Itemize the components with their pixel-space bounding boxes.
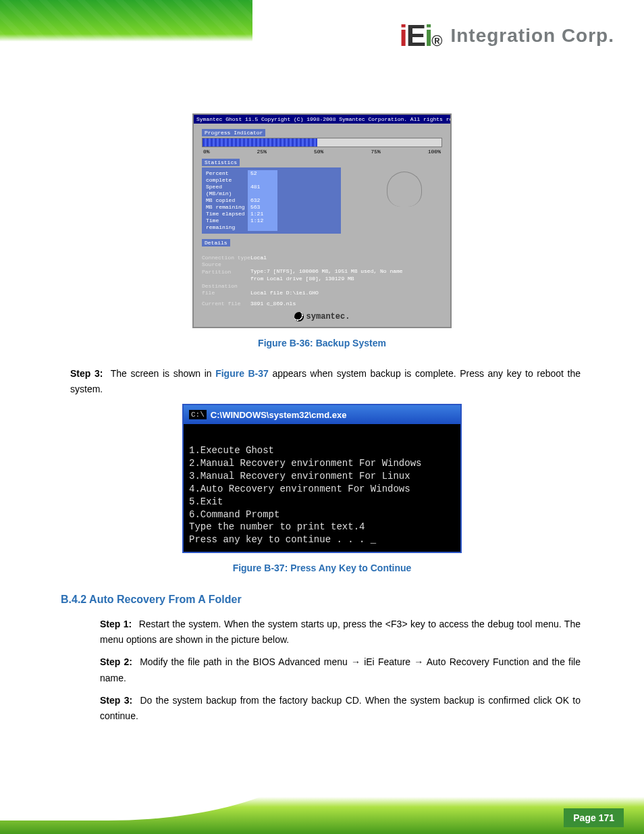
brand-logo: iEi® Integration Corp. bbox=[399, 19, 614, 53]
cmd-line: 4.Auto Recovery environment For Windows bbox=[189, 484, 410, 494]
detail-val: 3891 c_869.nls bbox=[250, 301, 296, 307]
step-text: Do the system backup from the factory ba… bbox=[100, 695, 581, 721]
cmd-icon: C:\ bbox=[189, 410, 207, 419]
progress-label: Progress Indicator bbox=[202, 129, 265, 136]
stat-val: 52 bbox=[248, 170, 277, 184]
section-heading: B.4.2 Auto Recovery From A Folder bbox=[61, 594, 603, 606]
progress-fill bbox=[203, 138, 317, 147]
symantec-text: symantec. bbox=[306, 312, 350, 321]
step-num: Step 3: bbox=[100, 695, 132, 706]
stat-val: 632 bbox=[248, 197, 277, 204]
cmd-line: 5.Exit bbox=[189, 496, 223, 507]
step-text: iEi Feature bbox=[364, 656, 414, 667]
step-2b: Step 2: Modify the file path in the BIOS… bbox=[100, 654, 581, 685]
stat-lbl: Time elapsed bbox=[206, 211, 248, 217]
brand-tagline: Integration Corp. bbox=[450, 25, 614, 47]
scale-100: 100% bbox=[428, 149, 441, 155]
stats-label: Statistics bbox=[202, 159, 240, 166]
arrow-icon: → bbox=[414, 656, 423, 667]
cmd-title: C:\WINDOWS\system32\cmd.exe bbox=[211, 410, 347, 420]
detail-lbl: Connection type bbox=[202, 255, 250, 261]
step-3: Step 3: The screen is shown in Figure B-… bbox=[70, 366, 581, 397]
cmd-titlebar: C:\ C:\WINDOWS\system32\cmd.exe bbox=[184, 405, 460, 424]
scale-0: 0% bbox=[203, 149, 210, 155]
stat-val: 1:21 bbox=[248, 211, 277, 217]
page-body: Symantec Ghost 11.5 Copyright (C) 1998-2… bbox=[0, 76, 644, 724]
symantec-label: symantec. bbox=[202, 308, 442, 323]
figure-caption-36: Figure B-36: Backup System bbox=[41, 338, 603, 348]
symantec-icon bbox=[294, 312, 304, 321]
stat-lbl: Time remaining bbox=[206, 217, 248, 231]
stat-lbl: Speed (MB/min) bbox=[206, 184, 248, 197]
page-footer: Page 171 bbox=[0, 766, 644, 834]
cmd-screenshot: C:\ C:\WINDOWS\system32\cmd.exe 1.Execut… bbox=[182, 404, 462, 553]
cmd-line: 1.Execute Ghost bbox=[189, 445, 274, 456]
detail-lbl: Current file bbox=[202, 301, 250, 307]
detail-lbl: Source Partition bbox=[202, 261, 250, 276]
progress-scale: 0% 25% 50% 75% 100% bbox=[202, 149, 442, 159]
stats-box: Percent complete52 Speed (MB/min)481 MB … bbox=[202, 167, 341, 234]
step-num: Step 1: bbox=[100, 619, 132, 629]
ghost-icon bbox=[387, 172, 422, 207]
stat-lbl: MB copied bbox=[206, 197, 248, 204]
stat-val: 481 bbox=[248, 184, 277, 197]
detail-val: Local bbox=[250, 255, 267, 261]
stat-lbl: Percent complete bbox=[206, 170, 248, 184]
figure-ref: Figure B-37 bbox=[215, 368, 269, 379]
scale-25: 25% bbox=[257, 149, 267, 155]
cmd-line: 3.Manual Recovery environment For Linux bbox=[189, 471, 410, 481]
detail-val: Type:7 [NTFS], 100006 MB, 1951 MB used, … bbox=[250, 269, 403, 275]
figure-caption-37: Figure B-37: Press Any Key to Continue bbox=[41, 563, 603, 573]
ghost-titlebar: Symantec Ghost 11.5 Copyright (C) 1998-2… bbox=[194, 115, 450, 124]
page-header: iEi® Integration Corp. bbox=[0, 0, 644, 76]
stat-lbl: MB remaining bbox=[206, 204, 248, 211]
step-3b: Step 3: Do the system backup from the fa… bbox=[100, 693, 581, 724]
step-text: The screen is shown in bbox=[111, 368, 215, 379]
detail-lbl: Destination file bbox=[202, 283, 250, 297]
footer-swoosh bbox=[0, 766, 324, 820]
scale-75: 75% bbox=[371, 149, 380, 155]
step-1b: Step 1: Restart the system. When the sys… bbox=[100, 617, 581, 648]
cmd-line: 2.Manual Recovery environment For Window… bbox=[189, 458, 421, 469]
detail-val: from Local drive [80], 130129 MB bbox=[250, 276, 354, 282]
cmd-body: 1.Execute Ghost 2.Manual Recovery enviro… bbox=[184, 424, 460, 552]
step-text: Restart the system. When the system star… bbox=[100, 619, 581, 645]
step-text: Modify the file path in the BIOS Advance… bbox=[140, 656, 351, 667]
scale-50: 50% bbox=[314, 149, 323, 155]
cmd-line: Type the number to print text.4 bbox=[189, 521, 365, 532]
stat-val: 563 bbox=[248, 204, 277, 211]
step-num: Step 2: bbox=[100, 656, 132, 667]
cmd-line: Press any key to continue . . . _ bbox=[189, 534, 376, 545]
page-number: Page 171 bbox=[564, 808, 624, 827]
details-label: Details bbox=[202, 239, 230, 246]
step-num: Step 3: bbox=[70, 368, 103, 379]
arrow-icon: → bbox=[351, 656, 360, 667]
stat-val: 1:12 bbox=[248, 217, 277, 231]
ghost-screenshot: Symantec Ghost 11.5 Copyright (C) 1998-2… bbox=[192, 113, 452, 328]
details-box: Connection typeLocal Source PartitionTyp… bbox=[202, 255, 442, 308]
detail-val: Local file D:\iei.GHO bbox=[250, 290, 319, 296]
cmd-line: 6.Command Prompt bbox=[189, 509, 279, 520]
progress-bar bbox=[202, 138, 442, 147]
brand-mark: iEi® bbox=[399, 19, 441, 53]
